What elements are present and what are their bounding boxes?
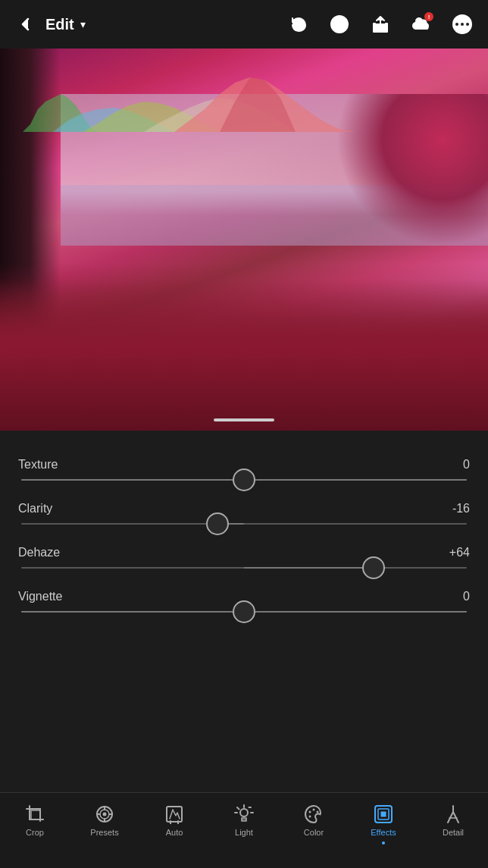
svg-line-19 (237, 807, 239, 810)
texture-label: Texture (18, 458, 58, 472)
controls-panel: Texture 0 Clarity -16 Dehaze +64 (0, 431, 488, 792)
svg-point-3 (455, 23, 458, 26)
nav-item-effects[interactable]: Effects (349, 801, 418, 848)
nav-label-detail: Detail (443, 828, 464, 837)
top-bar: Edit ▾ ? ! (0, 0, 488, 49)
clarity-value: -16 (452, 502, 470, 515)
histogram (23, 56, 364, 132)
auto-icon (164, 804, 185, 825)
bottom-nav: Crop Presets Auto (0, 792, 488, 868)
svg-point-9 (103, 813, 107, 816)
svg-point-5 (466, 23, 469, 26)
image-area (0, 49, 488, 431)
svg-point-26 (317, 811, 319, 813)
more-button[interactable] (449, 11, 476, 38)
nav-item-crop[interactable]: Crop (0, 801, 70, 840)
vignette-slider-row: Vignette 0 (18, 590, 470, 613)
svg-rect-14 (167, 807, 182, 822)
texture-value: 0 (463, 458, 470, 472)
clarity-track[interactable] (21, 523, 467, 525)
texture-slider-row: Texture 0 (18, 458, 470, 481)
nav-label-presets: Presets (90, 828, 118, 837)
dehaze-thumb[interactable] (362, 556, 385, 579)
nav-label-color: Color (304, 828, 324, 837)
edit-title: Edit (45, 16, 74, 33)
clarity-slider-row: Clarity -16 (18, 502, 470, 525)
nav-label-effects: Effects (371, 828, 396, 837)
presets-icon (94, 804, 115, 825)
vignette-thumb[interactable] (233, 600, 255, 623)
svg-point-27 (309, 816, 311, 818)
nav-label-auto: Auto (166, 828, 183, 837)
svg-point-24 (309, 811, 311, 813)
ground-area (0, 264, 488, 431)
svg-text:?: ? (336, 18, 343, 30)
vignette-label: Vignette (18, 590, 62, 603)
nav-item-color[interactable]: Color (279, 801, 349, 840)
svg-point-17 (240, 809, 248, 816)
clarity-label: Clarity (18, 502, 52, 515)
top-bar-left: Edit ▾ (12, 11, 86, 38)
clarity-header: Clarity -16 (18, 502, 470, 515)
help-button[interactable]: ? (326, 11, 353, 38)
clarity-thumb[interactable] (206, 512, 229, 535)
dehaze-slider-row: Dehaze +64 (18, 546, 470, 569)
dehaze-header: Dehaze +64 (18, 546, 470, 559)
nav-item-presets[interactable]: Presets (70, 801, 139, 840)
vignette-track[interactable] (21, 611, 467, 613)
undo-button[interactable] (285, 11, 312, 38)
color-icon (303, 804, 324, 825)
crop-icon (24, 804, 45, 825)
dehaze-value: +64 (449, 546, 470, 559)
dehaze-track[interactable] (21, 567, 467, 569)
nav-label-crop: Crop (26, 828, 44, 837)
dehaze-label: Dehaze (18, 546, 60, 559)
nav-item-light[interactable]: Light (209, 801, 279, 840)
light-icon (233, 804, 255, 825)
vignette-value: 0 (463, 590, 470, 603)
detail-icon (443, 804, 464, 825)
texture-thumb[interactable] (233, 468, 255, 491)
nav-label-light: Light (235, 828, 253, 837)
svg-rect-6 (31, 810, 40, 819)
svg-point-4 (461, 23, 464, 26)
drag-handle[interactable] (214, 418, 274, 421)
dehaze-fill (244, 567, 374, 569)
nav-item-auto[interactable]: Auto (139, 801, 209, 840)
share-button[interactable] (367, 11, 394, 38)
top-bar-right: ? ! (285, 11, 476, 38)
cloud-button[interactable]: ! (408, 11, 435, 38)
cloud-badge: ! (424, 12, 433, 21)
edit-dropdown-icon[interactable]: ▾ (80, 18, 86, 30)
svg-rect-30 (381, 812, 386, 816)
nav-item-detail[interactable]: Detail (418, 801, 488, 840)
back-button[interactable] (12, 11, 39, 38)
effects-icon (373, 804, 394, 825)
svg-point-25 (313, 809, 315, 811)
texture-track[interactable] (21, 479, 467, 481)
